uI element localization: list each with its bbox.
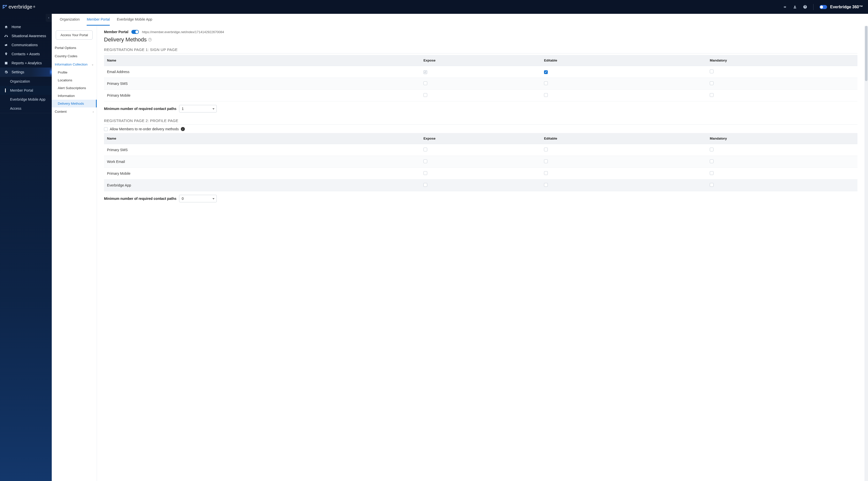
table-row: Primary SMS — [104, 78, 858, 90]
logo-area: everbridge® — [2, 0, 35, 14]
collapse-panels-icon[interactable] — [783, 5, 787, 9]
brand-logo[interactable]: everbridge® — [2, 4, 35, 10]
editable-checkbox[interactable] — [544, 148, 548, 151]
subnav-organization[interactable]: Organization — [0, 77, 52, 86]
binoculars-icon — [4, 34, 8, 38]
tree-country-codes[interactable]: Country Codes — [52, 52, 97, 60]
nav-reports-analytics[interactable]: Reports + Analytics — [0, 59, 52, 67]
table-row: Primary Mobile — [104, 90, 858, 101]
subnav-everbridge-mobile-app[interactable]: Everbridge Mobile App — [0, 95, 52, 104]
cell-name: Primary Mobile — [104, 90, 421, 101]
tab-member-portal[interactable]: Member Portal — [87, 14, 110, 26]
cell-mandatory — [707, 180, 858, 191]
editable-checkbox[interactable] — [544, 171, 548, 175]
info-icon[interactable]: i — [181, 127, 185, 131]
member-portal-toggle[interactable] — [131, 30, 139, 34]
table-row: Primary Mobile — [104, 168, 858, 180]
profile-table: Name Expose Editable Mandatory Primary S… — [104, 133, 858, 191]
mandatory-checkbox[interactable] — [710, 148, 714, 151]
editable-checkbox[interactable] — [544, 93, 548, 97]
col-editable: Editable — [541, 55, 707, 66]
min-paths-select-1[interactable]: 1 — [179, 105, 217, 113]
chevron-right-icon: › — [93, 110, 94, 113]
reorder-checkbox[interactable] — [104, 127, 108, 131]
col-expose: Expose — [421, 55, 541, 66]
help-tooltip-icon[interactable]: ? — [148, 38, 152, 41]
member-portal-url: https://member.everbridge.net/index/1714… — [142, 30, 224, 34]
tab-everbridge-mobile-app[interactable]: Everbridge Mobile App — [117, 14, 152, 26]
reorder-row: Allow Members to re-order delivery metho… — [104, 127, 858, 131]
sidebar-collapse-icon[interactable] — [46, 14, 52, 22]
mandatory-checkbox[interactable] — [710, 81, 714, 85]
page-title: Delivery Methods ? — [104, 36, 858, 43]
expose-checkbox[interactable] — [424, 93, 427, 97]
editable-checkbox[interactable] — [544, 159, 548, 163]
tree-portal-options[interactable]: Portal Options — [52, 44, 97, 52]
nav-communications[interactable]: Communications — [0, 40, 52, 50]
mandatory-checkbox[interactable] — [710, 183, 714, 187]
cell-editable — [541, 168, 707, 180]
nav-label: Contacts + Assets — [11, 52, 40, 56]
tree-content[interactable]: Content › — [52, 107, 97, 116]
nav-contacts-assets[interactable]: Contacts + Assets — [0, 50, 52, 59]
signup-table-body: Email AddressPrimary SMSPrimary Mobile — [104, 66, 858, 101]
section1-heading: REGISTRATION PAGE 1: SIGN UP PAGE — [104, 47, 858, 54]
subnav-access[interactable]: Access — [0, 104, 52, 113]
scrollbar[interactable] — [865, 26, 868, 481]
tab-organization[interactable]: Organization — [60, 14, 80, 26]
tree-information-collection[interactable]: Information Collection ⌄ — [52, 60, 97, 68]
mandatory-checkbox[interactable] — [710, 69, 714, 73]
expose-checkbox[interactable] — [424, 171, 427, 175]
chevron-down-icon: ⌄ — [91, 63, 94, 66]
table-row: Everbridge App — [104, 180, 858, 191]
expose-checkbox[interactable] — [424, 81, 427, 85]
min-paths-select-2[interactable]: 0 — [179, 195, 217, 202]
brand-text: everbridge — [8, 4, 32, 10]
cell-editable — [541, 78, 707, 90]
mandatory-checkbox[interactable] — [710, 171, 714, 175]
tree-alert-subscriptions[interactable]: Alert Subscriptions — [52, 84, 97, 92]
expose-checkbox[interactable] — [424, 183, 427, 187]
member-portal-label: Member Portal — [104, 30, 128, 34]
brand-360-toggle[interactable] — [819, 5, 827, 9]
editable-checkbox[interactable] — [544, 183, 548, 187]
expose-checkbox[interactable] — [424, 159, 427, 163]
subnav-member-portal[interactable]: Member Portal — [0, 86, 52, 95]
expose-checkbox[interactable] — [424, 148, 427, 151]
cell-name: Primary Mobile — [104, 168, 421, 180]
nav-label: Settings — [11, 70, 24, 74]
user-icon[interactable] — [793, 5, 797, 9]
tree-locations[interactable]: Locations — [52, 76, 97, 84]
primary-sidebar: Home Situational Awareness Communication… — [0, 14, 52, 481]
tree-information[interactable]: Information — [52, 92, 97, 100]
nav-home[interactable]: Home — [0, 22, 52, 31]
col-name: Name — [104, 133, 421, 144]
main-panel: Organization Member Portal Everbridge Mo… — [52, 14, 868, 481]
mandatory-checkbox[interactable] — [710, 159, 714, 163]
min-paths-row-2: Minimum number of required contact paths… — [104, 195, 858, 202]
brand-360-switch[interactable]: Everbridge 360™ — [819, 5, 863, 9]
editable-checkbox[interactable] — [544, 70, 548, 74]
table-row: Primary SMS — [104, 144, 858, 156]
cell-expose — [421, 90, 541, 101]
cell-mandatory — [707, 144, 858, 156]
access-your-portal-button[interactable]: Access Your Portal — [56, 30, 93, 40]
section2-heading: REGISTRATION PAGE 2: PROFILE PAGE — [104, 119, 858, 125]
col-mandatory: Mandatory — [707, 55, 858, 66]
help-icon[interactable] — [803, 5, 807, 9]
cell-name: Email Address — [104, 66, 421, 78]
nav-situational-awareness[interactable]: Situational Awareness — [0, 31, 52, 40]
megaphone-icon — [4, 43, 8, 47]
tree-profile[interactable]: Profile — [52, 68, 97, 76]
expose-checkbox — [424, 70, 427, 74]
editable-checkbox[interactable] — [544, 81, 548, 85]
mandatory-checkbox[interactable] — [710, 93, 714, 97]
tree-delivery-methods[interactable]: Delivery Methods — [52, 100, 97, 107]
signup-table: Name Expose Editable Mandatory Email Add… — [104, 55, 858, 101]
nav-settings[interactable]: Settings — [0, 67, 52, 76]
cell-mandatory — [707, 78, 858, 90]
home-icon — [4, 25, 8, 29]
cell-expose — [421, 156, 541, 168]
cell-editable — [541, 144, 707, 156]
brand-360-label: Everbridge 360™ — [830, 5, 863, 9]
